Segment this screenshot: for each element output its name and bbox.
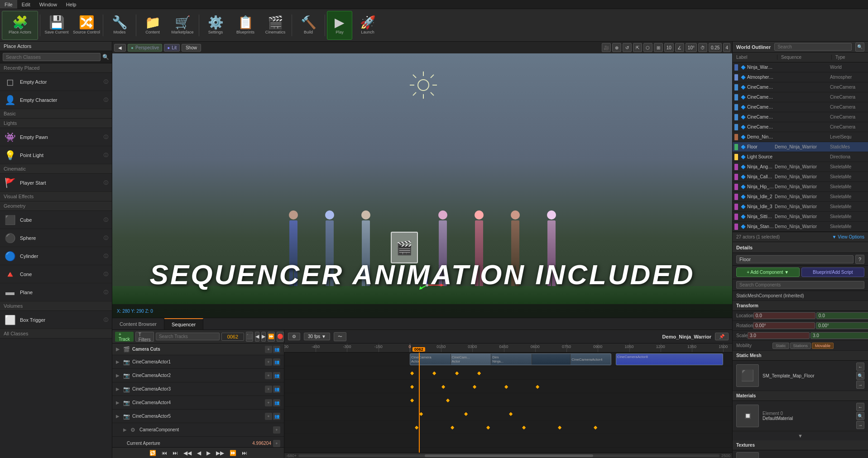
pb-play-btn[interactable]: ▶ xyxy=(205,450,212,456)
expand-materials-btn[interactable]: ▼ xyxy=(733,431,868,440)
menu-file[interactable]: File xyxy=(0,0,17,9)
track6-add-btn[interactable]: + xyxy=(273,426,280,434)
seq-tool-2[interactable]: ◀ xyxy=(255,332,259,342)
build-button[interactable]: 🔨 Build xyxy=(294,11,323,40)
marketplace-button[interactable]: 🛒 Marketplace xyxy=(168,11,197,40)
outliner-item-0[interactable]: 🔷 Ninja_Warrior_UE4 (1 World xyxy=(733,62,868,72)
track2-settings-btn[interactable]: 👥 xyxy=(273,372,280,379)
left-panel-scroll[interactable]: Recently Placed ◻ Empty Actor ⓘ 👤 Empty … xyxy=(0,63,112,458)
add-track-button[interactable]: + Track xyxy=(115,332,134,342)
timeline-scrollbar[interactable] xyxy=(298,454,719,457)
menu-help[interactable]: Help xyxy=(62,0,81,9)
track-cine-camera-5[interactable]: ▶ 📷 CineCameraActor5 + 👥 xyxy=(112,410,284,423)
lit-button[interactable]: Lit xyxy=(164,44,180,52)
fps-display[interactable]: 30 fps ▼ xyxy=(304,333,330,340)
material-arrow-left-btn[interactable]: ← xyxy=(856,403,864,411)
actor-empty-actor[interactable]: ◻ Empty Actor ⓘ xyxy=(0,73,112,91)
category-volumes[interactable]: Volumes xyxy=(0,301,112,311)
menu-window[interactable]: Window xyxy=(35,0,62,9)
category-recently-placed[interactable]: Recently Placed xyxy=(0,63,112,73)
filter-button[interactable]: T Filters ▼ xyxy=(135,332,154,342)
outliner-search-input[interactable] xyxy=(774,43,852,51)
materials-header[interactable]: Materials xyxy=(733,391,868,401)
actor-plane[interactable]: ▬ Plane ⓘ xyxy=(0,283,112,301)
tab-sequencer[interactable]: Sequencer xyxy=(164,318,203,329)
grid-snap-icon[interactable]: ⊞ xyxy=(654,43,663,52)
outliner-item-6[interactable]: 🔷 CineCameraActorDemo_Ninja_Warrio CineC… xyxy=(733,122,868,132)
blueprints-button[interactable]: 📋 Blueprints xyxy=(231,11,260,40)
category-all-classes[interactable]: All Classes xyxy=(0,329,112,339)
search-components-input[interactable] xyxy=(736,281,864,289)
actor-empty-pawn[interactable]: 👾 Empty Pawn ⓘ xyxy=(0,128,112,146)
surface-icon[interactable]: ⬡ xyxy=(643,43,652,52)
viewport-nav-btn[interactable]: ◀ xyxy=(114,44,126,52)
seq-pin-btn[interactable]: 📌 xyxy=(715,333,729,340)
textures-header[interactable]: Textures xyxy=(733,440,868,450)
time-val[interactable]: 0.25 xyxy=(709,43,722,52)
rotation-y-input[interactable] xyxy=(816,322,868,329)
track1-add-btn[interactable]: + xyxy=(265,358,272,366)
seq-tool-5[interactable]: 🔴 xyxy=(277,332,284,342)
track4-settings-btn[interactable]: 👥 xyxy=(273,399,280,406)
viewport[interactable]: ◀ Perspective Lit Show 🎥 ⊕ ↺ ⇱ ⬡ ⊞ 10 ∠ … xyxy=(112,42,732,318)
outliner-item-2[interactable]: 🔷 CineCameraActorDemo_Ninja_Warrio CineC… xyxy=(733,82,868,92)
track-cine-camera-3[interactable]: ▶ 📷 CineCameraActor3 + 👥 xyxy=(112,382,284,396)
seq-tool-3[interactable]: ▶ xyxy=(261,332,266,342)
category-geometry[interactable]: Geometry xyxy=(0,201,112,211)
scale-icon[interactable]: ⇱ xyxy=(633,43,642,52)
movable-btn[interactable]: Movable xyxy=(812,343,834,349)
tab-content-browser[interactable]: Content Browser xyxy=(112,318,164,329)
track-settings-btn[interactable]: 👥 xyxy=(273,346,280,353)
content-button[interactable]: 📁 Content xyxy=(138,11,167,40)
mesh-search-btn[interactable]: 🔍 xyxy=(856,372,864,380)
track3-add-btn[interactable]: + xyxy=(265,386,272,393)
rotate-icon[interactable]: ↺ xyxy=(623,43,632,52)
track7-add-btn[interactable]: + xyxy=(273,440,280,447)
timeline-playhead[interactable] xyxy=(419,353,420,453)
place-actors-button[interactable]: 🧩 Place Actors xyxy=(2,11,38,40)
track-cine-camera-1[interactable]: ▶ 📷 CineCameraActor1 + 👥 xyxy=(112,355,284,369)
cinematics-button[interactable]: 🎬 Cinematics xyxy=(261,11,290,40)
track4-add-btn[interactable]: + xyxy=(265,399,272,406)
mesh-arrow-right-btn[interactable]: → xyxy=(856,381,864,389)
settings-button[interactable]: ⚙️ Settings xyxy=(201,11,230,40)
actor-cube[interactable]: ⬛ Cube ⓘ xyxy=(0,211,112,229)
track1-settings-btn[interactable]: 👥 xyxy=(273,358,280,366)
depth-val[interactable]: 4 xyxy=(723,43,730,52)
mesh-arrow-left-btn[interactable]: ← xyxy=(856,363,864,371)
track-add-btn[interactable]: + xyxy=(265,346,272,353)
transform-header[interactable]: Transform xyxy=(733,301,868,311)
category-cinematic[interactable]: Cinematic xyxy=(0,164,112,174)
outliner-item-15[interactable]: 🔷 Ninja_Sitting_Pos Demo_Ninja_Warrior S… xyxy=(733,212,868,222)
outliner-item-14[interactable]: 🔷 Ninja_Idle_3 Demo_Ninja_Warrior Skelet… xyxy=(733,202,868,212)
track2-add-btn[interactable]: + xyxy=(265,372,272,379)
category-visual-effects[interactable]: Visual Effects xyxy=(0,192,112,201)
track-cine-camera-4[interactable]: ▶ 📷 CineCameraActor4 + 👥 xyxy=(112,396,284,410)
pb-prev-key-btn[interactable]: ⏭ xyxy=(171,450,180,456)
pb-play-back-btn[interactable]: ◀ xyxy=(195,450,203,456)
outliner-item-3[interactable]: 🔷 CineCameraActorDemo_Ninja_Warrio CineC… xyxy=(733,92,868,102)
details-scroll[interactable]: Transform Location Rotation xyxy=(733,301,868,458)
location-y-input[interactable] xyxy=(816,312,868,319)
menu-edit[interactable]: Edit xyxy=(17,0,35,9)
outliner-item-12[interactable]: 🔷 Ninja_Hip_Hop_Da Demo_Ninja_Warrior Sk… xyxy=(733,182,868,192)
search-classes-input[interactable] xyxy=(3,53,101,61)
outliner-item-7[interactable]: 🔷 Demo_Ninja_Warn LevelSequ xyxy=(733,132,868,142)
material-arrow-right-btn[interactable]: → xyxy=(856,421,864,429)
static-btn[interactable]: Static xyxy=(772,343,789,349)
location-x-input[interactable] xyxy=(753,312,815,319)
pb-start-btn[interactable]: ⏮ xyxy=(160,450,169,456)
pb-next-key-btn[interactable]: ⏩ xyxy=(228,450,238,456)
outliner-item-9[interactable]: 🔷 Light Source Directiona xyxy=(733,152,868,162)
pb-step-back-btn[interactable]: ◀◀ xyxy=(182,450,193,456)
play-button[interactable]: ▶ Play xyxy=(327,11,352,40)
modes-button[interactable]: 🔧 Modes xyxy=(105,11,134,40)
actor-player-start[interactable]: 🚩 Player Start ⓘ xyxy=(0,174,112,192)
scale-y-input[interactable] xyxy=(810,332,868,339)
blueprint-add-script-button[interactable]: Blueprint/Add Script xyxy=(801,267,865,277)
angle-val[interactable]: 10° xyxy=(686,43,697,52)
pb-step-fwd-btn[interactable]: ▶▶ xyxy=(214,450,226,456)
outliner-item-5[interactable]: 🔷 CineCameraActorDemo_Ninja_Warrio CineC… xyxy=(733,112,868,122)
track-search-input[interactable] xyxy=(156,333,220,340)
timeline-clip-cuts[interactable]: CineCameraActor CineCam...Actor DimNinja… xyxy=(410,353,611,365)
